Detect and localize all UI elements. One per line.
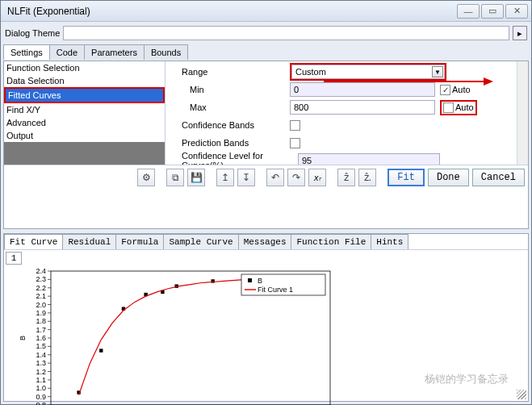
min-field[interactable]: 0 <box>290 82 435 97</box>
title-bar[interactable]: NLFit (Exponential) — ▭ ✕ <box>1 1 531 22</box>
svg-text:1.4: 1.4 <box>36 351 46 359</box>
plot-sheet-tab[interactable]: 1 <box>6 252 22 265</box>
svg-text:1.7: 1.7 <box>36 326 46 334</box>
svg-text:B: B <box>19 336 27 340</box>
max-auto-label: Auto <box>455 102 474 112</box>
top-tabs: Settings Code Parameters Bounds <box>3 44 529 60</box>
max-input[interactable]: 800 <box>290 100 435 115</box>
svg-text:1.5: 1.5 <box>36 342 46 350</box>
side-item-data-selection[interactable]: Data Selection <box>4 74 165 87</box>
svg-rect-62 <box>99 349 103 352</box>
conf-level-label: Confidence Level for Curves(%) <box>169 151 298 165</box>
plot-area: 1 -10001002003004005006007008009000.80.9… <box>4 249 528 401</box>
svg-text:2.0: 2.0 <box>36 301 46 309</box>
svg-text:2.3: 2.3 <box>36 275 46 283</box>
svg-text:1.3: 1.3 <box>36 359 46 367</box>
side-item-function-selection[interactable]: Function Selection <box>4 61 165 74</box>
tool-redo-icon[interactable]: ↷ <box>287 169 305 186</box>
svg-rect-70 <box>248 278 252 282</box>
svg-text:0.8: 0.8 <box>36 401 46 405</box>
ltab-fit-curve[interactable]: Fit Curve <box>4 234 63 249</box>
tab-bounds[interactable]: Bounds <box>144 44 188 60</box>
svg-text:B: B <box>258 277 262 285</box>
svg-text:2.4: 2.4 <box>36 267 46 275</box>
pred-bands-checkbox[interactable] <box>290 138 300 148</box>
range-label: Range <box>169 67 290 77</box>
tab-settings[interactable]: Settings <box>3 44 50 60</box>
window-title: NLFit (Exponential) <box>4 6 455 17</box>
highlight-max-auto: Auto <box>440 100 477 115</box>
ltab-residual[interactable]: Residual <box>62 234 116 249</box>
tab-code[interactable]: Code <box>49 44 85 60</box>
settings-pane: Function Selection Data Selection Fitted… <box>3 61 529 229</box>
lower-pane: Fit Curve Residual Formula Sample Curve … <box>3 233 529 402</box>
tool-down-icon[interactable]: ↧ <box>237 169 255 186</box>
side-item-advanced[interactable]: Advanced <box>4 116 165 129</box>
done-button[interactable]: Done <box>428 169 469 186</box>
svg-text:2.2: 2.2 <box>36 284 46 292</box>
conf-bands-checkbox[interactable] <box>290 120 300 131</box>
ltab-hints[interactable]: Hints <box>371 234 408 249</box>
minimize-button[interactable]: — <box>457 4 480 19</box>
tool-up-icon[interactable]: ↥ <box>216 169 234 186</box>
max-auto-checkbox[interactable] <box>443 102 454 113</box>
fit-curve-chart: -10001002003004005006007008009000.80.91.… <box>15 266 338 405</box>
max-label: Max <box>169 102 290 112</box>
ltab-formula[interactable]: Formula <box>115 234 164 249</box>
close-button[interactable]: ✕ <box>505 4 528 19</box>
min-auto-checkbox[interactable]: ✓ <box>440 85 450 95</box>
lower-tabs: Fit Curve Residual Formula Sample Curve … <box>4 234 528 249</box>
dialog-theme-label: Dialog Theme <box>5 28 60 38</box>
min-auto-label: Auto <box>452 85 471 94</box>
watermark-text: 杨铠的学习备忘录 <box>425 372 509 386</box>
range-dropdown[interactable]: Custom ▼ <box>291 65 445 79</box>
tab-parameters[interactable]: Parameters <box>84 44 145 60</box>
highlight-fitted-curves: Fitted Curves <box>4 87 165 103</box>
dialog-theme-input[interactable] <box>63 26 509 40</box>
tool-gear-icon[interactable]: ⚙ <box>137 169 155 186</box>
ltab-function-file[interactable]: Function File <box>291 234 371 249</box>
min-label: Min <box>169 85 290 94</box>
tool-copy-icon[interactable]: ⧉ <box>166 169 184 186</box>
svg-text:1.1: 1.1 <box>36 376 46 384</box>
svg-text:0.9: 0.9 <box>36 393 46 401</box>
svg-text:1.0: 1.0 <box>36 384 46 392</box>
chevron-down-icon: ▼ <box>432 66 443 77</box>
tool-z2-icon[interactable]: ẑ. <box>358 169 376 186</box>
svg-text:2.1: 2.1 <box>36 292 46 300</box>
resize-grip[interactable] <box>517 390 526 399</box>
svg-text:1.9: 1.9 <box>36 309 46 317</box>
side-item-fitted-curves[interactable]: Fitted Curves <box>6 89 163 102</box>
cancel-button[interactable]: Cancel <box>472 169 525 186</box>
side-fill <box>4 142 165 165</box>
dialog-theme-menu-button[interactable]: ▸ <box>513 26 527 40</box>
tool-z1-icon[interactable]: ẑ <box>337 169 355 186</box>
tool-xr-icon[interactable]: xᵣ <box>308 169 326 186</box>
settings-side-list: Function Selection Data Selection Fitted… <box>4 61 165 165</box>
range-value: Custom <box>295 67 326 77</box>
nlfit-window: NLFit (Exponential) — ▭ ✕ Dialog Theme ▸… <box>0 0 532 405</box>
form-scrollbar[interactable] <box>517 61 528 165</box>
ltab-sample-curve[interactable]: Sample Curve <box>163 234 238 249</box>
svg-text:1.6: 1.6 <box>36 334 46 342</box>
svg-text:1.8: 1.8 <box>36 317 46 325</box>
side-item-output[interactable]: Output <box>4 129 165 142</box>
highlight-range: Custom ▼ <box>290 63 446 81</box>
side-item-find-xy[interactable]: Find X/Y <box>4 103 165 116</box>
ltab-messages[interactable]: Messages <box>238 234 292 249</box>
fit-button[interactable]: Fit <box>387 169 425 186</box>
fit-toolbar: ⚙ ⧉ 💾 ↥ ↧ ↶ ↷ xᵣ ẑ ẑ. Fit Done Cancel <box>4 165 528 190</box>
tool-undo-icon[interactable]: ↶ <box>266 169 284 186</box>
svg-text:1.2: 1.2 <box>36 368 46 376</box>
tool-save-icon[interactable]: 💾 <box>187 169 205 186</box>
conf-bands-label: Confidence Bands <box>169 120 290 130</box>
conf-level-field[interactable]: 95 <box>298 153 440 165</box>
svg-text:Fit Curve 1: Fit Curve 1 <box>258 286 293 294</box>
maximize-button[interactable]: ▭ <box>481 4 504 19</box>
fitted-curves-form: Range Custom ▼ Min 0 ✓Auto <box>165 61 528 165</box>
pred-bands-label: Prediction Bands <box>169 138 290 148</box>
